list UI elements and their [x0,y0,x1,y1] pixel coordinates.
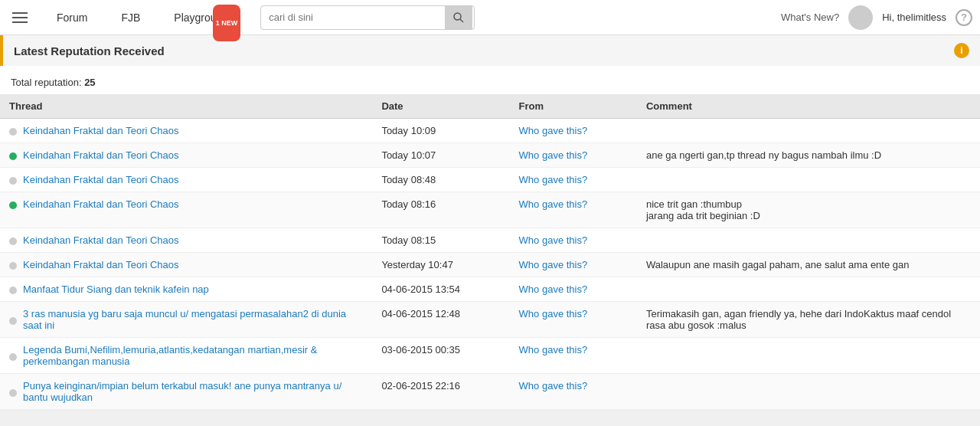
hamburger-menu[interactable] [8,5,32,30]
search-input[interactable] [261,6,445,29]
table-body: Keindahan Fraktal dan Teori ChaosToday 1… [0,119,980,410]
col-header-from: From [510,94,637,119]
comment-cell [637,228,980,253]
reputation-dot [9,238,17,245]
date-cell: Today 10:07 [372,143,509,168]
reputation-dot [9,317,17,325]
table-row: Punya keinginan/impian belum terkabul ma… [0,374,980,410]
thread-link[interactable]: Keindahan Fraktal dan Teori Chaos [23,125,179,136]
from-cell: Who gave this? [510,253,637,277]
search-bar [260,5,475,30]
thread-cell: 3 ras manusia yg baru saja muncul u/ men… [0,302,372,338]
table-row: Manfaat Tidur Siang dan teknik kafein na… [0,277,980,302]
comment-cell: Walaupun ane masih gagal paham, ane salu… [637,253,980,277]
user-avatar[interactable] [848,5,873,30]
section-title: Latest Reputation Received [14,44,165,57]
playground-badge: 1 NEW [213,5,241,41]
from-cell: Who gave this? [510,143,637,168]
thread-link[interactable]: Keindahan Fraktal dan Teori Chaos [23,174,179,185]
thread-link[interactable]: Keindahan Fraktal dan Teori Chaos [23,198,179,210]
who-gave-link[interactable]: Who gave this? [519,125,588,136]
table-row: 3 ras manusia yg baru saja muncul u/ men… [0,302,980,338]
user-name[interactable]: Hi, thelimitless [882,11,946,23]
comment-cell [637,338,980,374]
reputation-dot [9,128,17,136]
thread-cell: Keindahan Fraktal dan Teori Chaos [0,192,372,228]
thread-cell: Punya keinginan/impian belum terkabul ma… [0,374,372,410]
date-cell: Today 08:48 [372,168,509,192]
thread-link[interactable]: Keindahan Fraktal dan Teori Chaos [23,234,179,246]
table-row: Keindahan Fraktal dan Teori ChaosToday 1… [0,143,980,168]
date-cell: Today 08:15 [372,228,509,253]
col-header-comment: Comment [637,94,980,119]
thread-link[interactable]: Keindahan Fraktal dan Teori Chaos [23,259,179,270]
nav-playground[interactable]: Playground 1 NEW [157,0,245,35]
right-nav: What's New? Hi, thelimitless ? [781,5,972,30]
reputation-dot [9,389,17,397]
comment-cell: nice trit gan :thumbup jarang ada trit b… [637,192,980,228]
thread-link[interactable]: Punya keinginan/impian belum terkabul ma… [23,380,363,403]
date-cell: Yesterday 10:47 [372,253,509,277]
thread-link[interactable]: 3 ras manusia yg baru saja muncul u/ men… [23,308,363,331]
comment-cell [637,119,980,143]
from-cell: Who gave this? [510,119,637,143]
total-reputation: Total reputation: 25 [0,70,980,94]
from-cell: Who gave this? [510,192,637,228]
thread-cell: Legenda Bumi,Nefilim,lemuria,atlantis,ke… [0,338,372,374]
info-icon[interactable]: i [954,43,969,58]
nav-forum[interactable]: Forum [40,0,104,35]
comment-cell [637,374,980,410]
table-row: Legenda Bumi,Nefilim,lemuria,atlantis,ke… [0,338,980,374]
thread-cell: Keindahan Fraktal dan Teori Chaos [0,143,372,168]
table-row: Keindahan Fraktal dan Teori ChaosToday 0… [0,228,980,253]
main-content: Latest Reputation Received i Total reput… [0,35,980,410]
date-cell: Today 08:16 [372,192,509,228]
who-gave-link[interactable]: Who gave this? [519,234,588,246]
date-cell: 02-06-2015 22:16 [372,374,509,410]
reputation-dot [9,202,17,209]
reputation-value: 25 [84,77,95,88]
thread-cell: Keindahan Fraktal dan Teori Chaos [0,228,372,253]
reputation-dot [9,353,17,361]
who-gave-link[interactable]: Who gave this? [519,198,588,210]
thread-cell: Keindahan Fraktal dan Teori Chaos [0,253,372,277]
from-cell: Who gave this? [510,168,637,192]
date-cell: Today 10:09 [372,119,509,143]
who-gave-link[interactable]: Who gave this? [519,259,588,270]
from-cell: Who gave this? [510,228,637,253]
svg-line-1 [460,19,463,22]
table-row: Keindahan Fraktal dan Teori ChaosToday 0… [0,168,980,192]
thread-link[interactable]: Manfaat Tidur Siang dan teknik kafein na… [23,283,209,295]
who-gave-link[interactable]: Who gave this? [519,149,588,161]
thread-link[interactable]: Legenda Bumi,Nefilim,lemuria,atlantis,ke… [23,344,363,367]
date-cell: 03-06-2015 00:35 [372,338,509,374]
table-header: Thread Date From Comment [0,94,980,119]
from-cell: Who gave this? [510,302,637,338]
thread-link[interactable]: Keindahan Fraktal dan Teori Chaos [23,149,179,161]
nav-links: Forum FJB Playground 1 NEW [40,0,245,35]
nav-fjb[interactable]: FJB [104,0,157,35]
comment-cell [637,277,980,302]
reputation-dot [9,287,17,294]
thread-cell: Keindahan Fraktal dan Teori Chaos [0,168,372,192]
reputation-dot [9,177,17,185]
who-gave-link[interactable]: Who gave this? [519,174,588,185]
table-row: Keindahan Fraktal dan Teori ChaosToday 0… [0,192,980,228]
thread-cell: Manfaat Tidur Siang dan teknik kafein na… [0,277,372,302]
from-cell: Who gave this? [510,277,637,302]
section-header: Latest Reputation Received i [0,35,980,66]
thread-cell: Keindahan Fraktal dan Teori Chaos [0,119,372,143]
who-gave-link[interactable]: Who gave this? [519,283,588,295]
search-button[interactable] [445,5,472,30]
reputation-dot [9,152,17,160]
who-gave-link[interactable]: Who gave this? [519,308,588,320]
date-cell: 04-06-2015 12:48 [372,302,509,338]
from-cell: Who gave this? [510,374,637,410]
top-nav: Forum FJB Playground 1 NEW What's New? H… [0,0,980,35]
help-icon[interactable]: ? [956,9,972,26]
comment-cell: Terimakasih gan, agan friendly ya, hehe … [637,302,980,338]
who-gave-link[interactable]: Who gave this? [519,380,588,392]
whats-new-link[interactable]: What's New? [781,11,839,23]
who-gave-link[interactable]: Who gave this? [519,344,588,356]
reputation-table: Thread Date From Comment Keindahan Frakt… [0,94,980,410]
